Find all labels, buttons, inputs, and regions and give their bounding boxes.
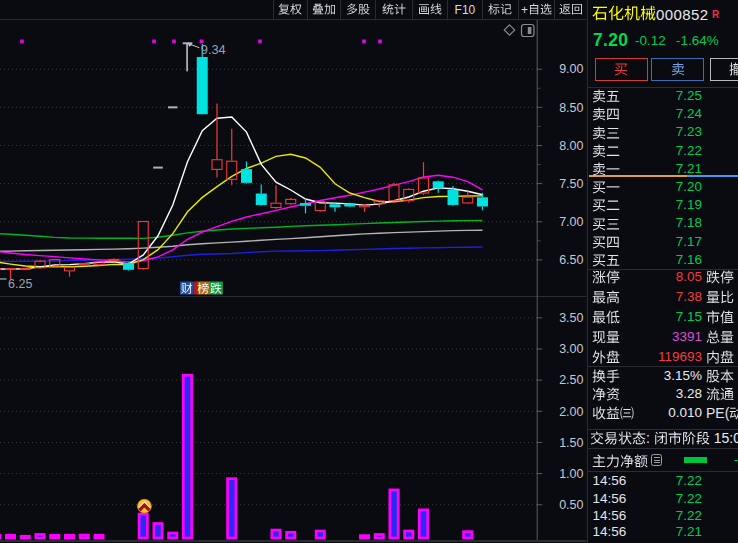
- stat-row: 119693: [590, 349, 738, 368]
- stat-label2: PE(: [706, 405, 738, 421]
- cjk-text: [706, 369, 734, 383]
- candle[interactable]: [20, 268, 31, 270]
- cjk-text: [346, 3, 370, 15]
- diamond-icon[interactable]: [504, 25, 515, 35]
- ask-label: [592, 124, 620, 140]
- order-book-ask-row[interactable]: 7.21: [590, 161, 738, 179]
- candle[interactable]: [123, 262, 134, 270]
- detail-list-icon[interactable]: [651, 454, 662, 466]
- volume-bar[interactable]: [65, 535, 73, 538]
- order-book-bid-row[interactable]: 7.17: [590, 234, 738, 252]
- candle[interactable]: [463, 191, 473, 204]
- volume-bar[interactable]: [80, 535, 88, 538]
- volume-bar[interactable]: [36, 534, 44, 538]
- cjk-text: [592, 180, 620, 194]
- toolbar-button-mark[interactable]: [482, 0, 518, 19]
- candle[interactable]: [286, 198, 296, 205]
- ask-label: [592, 161, 620, 177]
- toolbar-button-add-watchlist[interactable]: +: [518, 0, 554, 19]
- event-marker-dot: [172, 40, 176, 44]
- volume-bar[interactable]: [169, 533, 177, 538]
- order-book-ask-row[interactable]: 7.24: [590, 106, 738, 124]
- order-book-bid-row[interactable]: 7.18: [590, 215, 738, 233]
- ask-label: [592, 88, 620, 104]
- volume-bar[interactable]: [464, 532, 472, 538]
- candle[interactable]: [360, 204, 370, 212]
- cancel-order-button[interactable]: [710, 58, 738, 81]
- candle-body: [477, 197, 488, 206]
- order-book-bid-row[interactable]: 7.19: [590, 197, 738, 215]
- volume-bar[interactable]: [390, 490, 398, 538]
- volume-bar[interactable]: [287, 532, 295, 538]
- candle[interactable]: [271, 185, 281, 209]
- toolbar-button-adjust[interactable]: [273, 0, 306, 19]
- volume-bar[interactable]: [360, 536, 368, 538]
- order-book-bid-row[interactable]: 7.16: [590, 252, 738, 270]
- candle-body: [344, 203, 355, 206]
- signal-icon[interactable]: [138, 499, 152, 513]
- candle[interactable]: [168, 106, 178, 108]
- volume-bar[interactable]: [51, 535, 59, 538]
- toolbar-button-overlay[interactable]: [307, 0, 340, 19]
- candle[interactable]: [0, 268, 1, 276]
- volume-bar[interactable]: [375, 535, 383, 538]
- volume-bar[interactable]: [272, 530, 280, 538]
- volume-bar[interactable]: [139, 514, 147, 538]
- panel-divider: [588, 366, 738, 367]
- tick-time: 14:56: [593, 473, 627, 488]
- stat-label2: [706, 349, 734, 365]
- toolbar-button-f10[interactable]: F10: [447, 0, 482, 19]
- candle[interactable]: [138, 221, 148, 269]
- cjk-text: [592, 406, 634, 420]
- margin-tag-r: R: [712, 9, 719, 20]
- main-net-bar: [684, 457, 707, 463]
- volume-bar[interactable]: [21, 536, 29, 538]
- volume-bar[interactable]: [419, 510, 427, 538]
- tick-price: 7.22: [676, 508, 702, 523]
- volume-bar[interactable]: [6, 535, 14, 538]
- cjk-text: [706, 290, 734, 304]
- order-book-ask-row[interactable]: 7.25: [590, 88, 738, 106]
- candle-body: [286, 199, 296, 203]
- order-book-ask-row[interactable]: 7.22: [590, 143, 738, 161]
- stat-row: 7.15: [590, 309, 738, 328]
- order-book-bid-row[interactable]: 7.20: [590, 179, 738, 197]
- toolbar-button-stats[interactable]: [375, 0, 412, 19]
- volume-bar[interactable]: [405, 531, 413, 538]
- panel-toggle-icon-fill: [528, 27, 532, 34]
- sell-button[interactable]: [651, 58, 704, 81]
- cjk-text: [706, 387, 734, 401]
- bid-price: 7.17: [676, 234, 702, 249]
- candle-body: [433, 181, 444, 188]
- order-book-ask-row[interactable]: 7.23: [590, 124, 738, 142]
- low-price-label: 6.25: [8, 277, 32, 291]
- stat-row: 0.010PE(: [590, 405, 738, 424]
- toolbar-button-back[interactable]: [554, 0, 586, 19]
- event-marker-dot: [362, 40, 366, 44]
- stat-label: [592, 386, 620, 402]
- candle[interactable]: [374, 200, 384, 208]
- cjk-text: [592, 162, 620, 176]
- candle[interactable]: [241, 161, 252, 183]
- candle[interactable]: [256, 184, 267, 205]
- toolbar-button-draw-line[interactable]: [412, 0, 447, 19]
- toolbar-button-multi-stock[interactable]: [340, 0, 375, 19]
- event-flag-hidden-flag[interactable]: [194, 282, 198, 295]
- volume-bar[interactable]: [316, 531, 324, 538]
- volume-bar[interactable]: [95, 535, 103, 538]
- stat-label: [592, 309, 620, 325]
- volume-bar[interactable]: [154, 524, 162, 538]
- buy-button[interactable]: [595, 58, 648, 81]
- stat-value: 0.010: [668, 405, 702, 420]
- candle[interactable]: [35, 260, 45, 269]
- volume-bar[interactable]: [228, 479, 236, 538]
- candle[interactable]: [330, 203, 341, 211]
- candle[interactable]: [315, 200, 325, 211]
- candle[interactable]: [433, 181, 444, 193]
- candle-body: [271, 203, 281, 207]
- panel-toggle-icon[interactable]: [522, 25, 535, 37]
- candle[interactable]: [153, 167, 163, 169]
- candle[interactable]: [212, 104, 222, 178]
- candle[interactable]: [65, 267, 75, 276]
- volume-bar[interactable]: [183, 375, 191, 538]
